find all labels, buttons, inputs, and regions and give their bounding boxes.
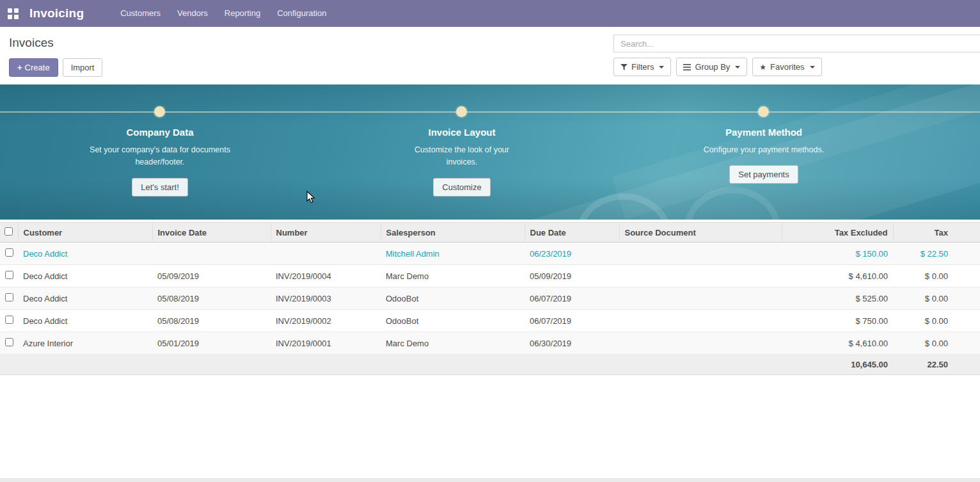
cell-tax-excluded[interactable]: $ 150.00 xyxy=(782,243,893,265)
filter-funnel-icon xyxy=(620,64,628,70)
cell-tax[interactable]: $ 22.50 xyxy=(893,243,980,265)
row-checkbox[interactable] xyxy=(5,271,13,279)
cell-customer[interactable]: Deco Addict xyxy=(18,310,152,332)
cell-due-date[interactable]: 06/07/2019 xyxy=(525,287,619,310)
cell-invoice-date[interactable]: 05/08/2019 xyxy=(152,287,271,310)
table-row[interactable]: Deco Addict 05/08/2019 INV/2019/0003 Odo… xyxy=(0,287,980,310)
onboarding-step-company-data: Company Data Set your company's data for… xyxy=(58,127,262,197)
cell-customer[interactable]: Deco Addict xyxy=(18,243,152,265)
table-row[interactable]: Azure Interior 05/01/2019 INV/2019/0001 … xyxy=(0,332,980,355)
step-description: Set your company's data for documents he… xyxy=(85,144,235,169)
cell-source-document[interactable] xyxy=(619,287,782,310)
cell-tax-excluded[interactable]: $ 750.00 xyxy=(782,310,893,332)
import-button[interactable]: Import xyxy=(63,58,103,77)
row-checkbox[interactable] xyxy=(5,293,13,301)
cell-customer[interactable]: Deco Addict xyxy=(18,287,152,310)
plus-icon: + xyxy=(17,63,22,72)
customize-button[interactable]: Customize xyxy=(433,178,490,197)
step-title: Invoice Layout xyxy=(360,127,564,138)
select-all-checkbox[interactable] xyxy=(4,227,13,236)
row-checkbox[interactable] xyxy=(5,248,13,257)
cell-tax-excluded[interactable]: $ 4,610.00 xyxy=(782,265,893,287)
set-payments-button[interactable]: Set payments xyxy=(729,165,798,184)
col-header-source-document[interactable]: Source Document xyxy=(619,223,782,243)
step-title: Company Data xyxy=(58,127,262,138)
favorites-button[interactable]: ★ Favorites xyxy=(752,58,821,76)
cell-customer[interactable]: Deco Addict xyxy=(18,265,152,287)
page-title: Invoices xyxy=(9,36,102,50)
step-description: Customize the look of your invoices. xyxy=(401,144,523,169)
cell-invoice-date[interactable] xyxy=(152,243,271,265)
select-all-checkbox-cell xyxy=(0,223,18,243)
cell-salesperson[interactable]: Marc Demo xyxy=(381,265,525,287)
caret-down-icon xyxy=(659,66,664,68)
lets-start-button[interactable]: Let's start! xyxy=(132,178,188,197)
col-header-number[interactable]: Number xyxy=(271,223,381,243)
app-title[interactable]: Invoicing xyxy=(29,6,84,20)
col-header-invoice-date[interactable]: Invoice Date xyxy=(152,223,271,243)
table-row[interactable]: Deco Addict 05/09/2019 INV/2019/0004 Mar… xyxy=(0,265,980,287)
star-icon: ★ xyxy=(759,63,766,71)
row-checkbox-cell xyxy=(0,243,18,265)
cell-salesperson[interactable]: Marc Demo xyxy=(381,332,525,355)
cell-number[interactable]: INV/2019/0001 xyxy=(271,332,381,355)
cell-salesperson[interactable]: Mitchell Admin xyxy=(381,243,525,265)
bottom-scrollbar-track[interactable] xyxy=(0,478,980,482)
group-by-button[interactable]: Group By xyxy=(676,58,747,76)
menu-vendors[interactable]: Vendors xyxy=(169,0,216,27)
col-header-customer[interactable]: Customer xyxy=(18,223,152,243)
col-header-due-date[interactable]: Due Date xyxy=(525,223,619,243)
cell-number[interactable] xyxy=(271,243,381,265)
row-checkbox-cell xyxy=(0,265,18,287)
cell-tax[interactable]: $ 0.00 xyxy=(893,265,980,287)
cell-source-document[interactable] xyxy=(619,243,782,265)
cell-customer[interactable]: Azure Interior xyxy=(18,332,152,355)
total-tax-excluded: 10,645.00 xyxy=(782,355,893,375)
menu-customers[interactable]: Customers xyxy=(112,0,169,27)
cell-invoice-date[interactable]: 05/08/2019 xyxy=(152,310,271,332)
cell-due-date[interactable]: 05/09/2019 xyxy=(525,265,619,287)
cell-salesperson[interactable]: OdooBot xyxy=(381,287,525,310)
table-row[interactable]: Deco Addict 05/08/2019 INV/2019/0002 Odo… xyxy=(0,310,980,332)
cell-tax-excluded[interactable]: $ 525.00 xyxy=(782,287,893,310)
menu-configuration[interactable]: Configuration xyxy=(269,0,335,27)
group-by-list-icon xyxy=(683,64,691,70)
cell-salesperson[interactable]: OdooBot xyxy=(381,310,525,332)
row-checkbox[interactable] xyxy=(5,316,13,324)
top-navbar: Invoicing Customers Vendors Reporting Co… xyxy=(0,0,980,27)
step-dot-company-data xyxy=(154,106,165,117)
filters-button[interactable]: Filters xyxy=(613,58,671,76)
step-dot-payment-method xyxy=(758,106,769,117)
cell-invoice-date[interactable]: 05/09/2019 xyxy=(152,265,271,287)
cell-due-date[interactable]: 06/07/2019 xyxy=(525,310,619,332)
cell-due-date[interactable]: 06/30/2019 xyxy=(525,332,619,355)
cell-tax[interactable]: $ 0.00 xyxy=(893,310,980,332)
create-button[interactable]: +Create xyxy=(9,58,58,77)
table-row[interactable]: Deco Addict Mitchell Admin 06/23/2019 $ … xyxy=(0,243,980,265)
cell-tax[interactable]: $ 0.00 xyxy=(893,332,980,355)
total-tax: 22.50 xyxy=(893,355,980,375)
cell-number[interactable]: INV/2019/0002 xyxy=(271,310,381,332)
col-header-tax[interactable]: Tax xyxy=(893,223,980,243)
apps-menu-icon[interactable] xyxy=(0,0,26,27)
cell-source-document[interactable] xyxy=(619,265,782,287)
cell-due-date[interactable]: 06/23/2019 xyxy=(525,243,619,265)
search-input[interactable] xyxy=(613,35,980,52)
onboarding-progress-line xyxy=(0,111,980,113)
row-checkbox-cell xyxy=(0,332,18,355)
menu-reporting[interactable]: Reporting xyxy=(216,0,269,27)
cell-source-document[interactable] xyxy=(619,332,782,355)
cell-number[interactable]: INV/2019/0004 xyxy=(271,265,381,287)
totals-spacer xyxy=(0,355,782,375)
col-header-salesperson[interactable]: Salesperson xyxy=(381,223,525,243)
row-checkbox[interactable] xyxy=(5,338,13,346)
col-header-tax-excluded[interactable]: Tax Excluded xyxy=(782,223,893,243)
row-checkbox-cell xyxy=(0,310,18,332)
grid-icon xyxy=(8,8,19,19)
cell-tax[interactable]: $ 0.00 xyxy=(893,287,980,310)
cell-number[interactable]: INV/2019/0003 xyxy=(271,287,381,310)
cell-source-document[interactable] xyxy=(619,310,782,332)
cell-tax-excluded[interactable]: $ 4,610.00 xyxy=(782,332,893,355)
control-panel: Invoices +Create Import Filters Group By… xyxy=(0,27,980,84)
cell-invoice-date[interactable]: 05/01/2019 xyxy=(152,332,271,355)
